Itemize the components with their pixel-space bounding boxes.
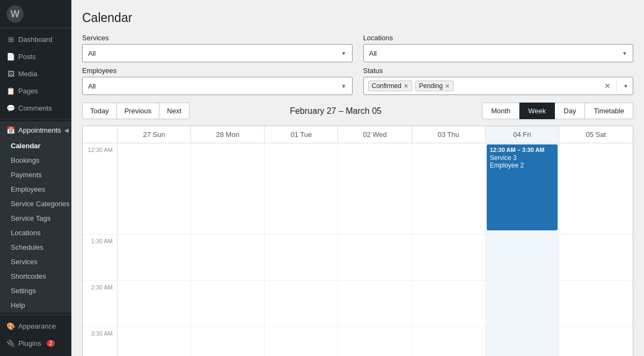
calendar-row-1230: 12:30 AM 12:30 AM – 3:30 AM Service 3 Em… <box>83 143 633 235</box>
cell-mon-230[interactable] <box>191 281 265 326</box>
sidebar-submenu-schedules[interactable]: Schedules <box>0 240 71 255</box>
cell-wed-330[interactable] <box>338 327 412 356</box>
cell-thu-1230[interactable] <box>412 143 486 234</box>
sidebar-item-users[interactable]: 👤 Users <box>0 352 71 356</box>
cell-mon-130[interactable] <box>191 235 265 280</box>
cell-sat-1230[interactable] <box>559 143 633 234</box>
sidebar-submenu-services[interactable]: Services <box>0 255 71 269</box>
month-view-button[interactable]: Month <box>482 103 519 119</box>
employees-filter-group: Employees All ▼ <box>82 67 353 95</box>
date-range: February 27 – March 05 <box>189 106 482 116</box>
cell-fri-230[interactable] <box>486 281 559 326</box>
header-mon: 28 Mon <box>191 126 265 143</box>
header-sun: 27 Sun <box>118 126 191 143</box>
cell-tue-130[interactable] <box>265 235 338 280</box>
event-service: Service 3 <box>490 154 554 162</box>
sidebar-submenu-help[interactable]: Help <box>0 298 71 313</box>
cell-sun-230[interactable] <box>118 281 191 326</box>
calendar-grid: 27 Sun 28 Mon 01 Tue 02 Wed 03 Thu 04 Fr… <box>82 126 633 356</box>
view-buttons: Month Week Day Timetable <box>482 103 633 119</box>
services-value: All <box>88 49 96 57</box>
cell-tue-1230[interactable] <box>265 143 338 234</box>
status-clear-button[interactable]: ✕ <box>604 82 611 90</box>
cell-sat-330[interactable] <box>559 327 633 356</box>
page-title: Calendar <box>82 11 633 25</box>
sidebar-submenu-settings[interactable]: Settings <box>0 284 71 298</box>
header-thu: 03 Thu <box>412 126 486 143</box>
cell-fri-130[interactable] <box>486 235 559 280</box>
status-select[interactable]: Confirmed ✕ Pending ✕ ✕ ▼ <box>363 77 634 95</box>
time-header-cell <box>83 126 118 143</box>
locations-select[interactable]: All ▼ <box>363 44 634 62</box>
sidebar-submenu-service-tags[interactable]: Service Tags <box>0 211 71 226</box>
sidebar-item-comments[interactable]: 💬 Comments <box>0 99 71 117</box>
event-employee: Employee 2 <box>490 162 554 169</box>
sidebar-submenu-calendar[interactable]: Calendar <box>0 139 71 153</box>
cell-sat-130[interactable] <box>559 235 633 280</box>
appearance-icon: 🎨 <box>6 322 15 330</box>
cell-sun-330[interactable] <box>118 327 191 356</box>
services-label: Services <box>82 34 353 42</box>
plugins-icon: 🔌 <box>6 339 15 347</box>
sidebar-submenu-locations[interactable]: Locations <box>0 226 71 240</box>
remove-confirmed-button[interactable]: ✕ <box>404 83 408 90</box>
cell-mon-330[interactable] <box>191 327 265 356</box>
calendar-header: 27 Sun 28 Mon 01 Tue 02 Wed 03 Thu 04 Fr… <box>83 126 633 143</box>
sidebar: W ⊞ Dashboard 📄 Posts 🖼 Media 📋 Pages 💬 … <box>0 0 71 356</box>
sidebar-item-dashboard[interactable]: ⊞ Dashboard <box>0 31 71 48</box>
services-select[interactable]: All ▼ <box>82 44 353 62</box>
sidebar-item-pages[interactable]: 📋 Pages <box>0 82 71 99</box>
cell-fri-1230[interactable]: 12:30 AM – 3:30 AM Service 3 Employee 2 <box>486 143 559 234</box>
previous-button[interactable]: Previous <box>117 103 160 119</box>
pages-icon: 📋 <box>6 86 15 95</box>
sidebar-item-posts[interactable]: 📄 Posts <box>0 48 71 65</box>
status-filter-group: Status Confirmed ✕ Pending ✕ ✕ ▼ <box>363 67 634 95</box>
time-1230: 12:30 AM <box>83 143 118 234</box>
cell-wed-230[interactable] <box>338 281 412 326</box>
week-view-button[interactable]: Week <box>519 103 555 119</box>
cell-wed-1230[interactable] <box>338 143 412 234</box>
cell-thu-230[interactable] <box>412 281 486 326</box>
sidebar-item-appearance[interactable]: 🎨 Appearance <box>0 317 71 335</box>
day-view-button[interactable]: Day <box>555 103 585 119</box>
sidebar-submenu-employees[interactable]: Employees <box>0 182 71 197</box>
employees-label: Employees <box>82 67 353 75</box>
sidebar-item-plugins[interactable]: 🔌 Plugins 2 <box>0 335 71 352</box>
status-chevron-icon[interactable]: ▼ <box>623 83 628 89</box>
remove-pending-button[interactable]: ✕ <box>445 83 450 90</box>
calendar-row-330: 3:30 AM <box>83 327 633 356</box>
cell-sun-1230[interactable] <box>118 143 191 234</box>
header-fri: 04 Fri <box>486 126 559 143</box>
today-button[interactable]: Today <box>82 103 117 119</box>
cell-sat-230[interactable] <box>559 281 633 326</box>
timetable-view-button[interactable]: Timetable <box>585 103 633 119</box>
media-icon: 🖼 <box>6 69 15 78</box>
event-block-service3[interactable]: 12:30 AM – 3:30 AM Service 3 Employee 2 <box>487 144 558 230</box>
event-time: 12:30 AM – 3:30 AM <box>490 147 554 153</box>
cell-mon-1230[interactable] <box>191 143 265 234</box>
sidebar-item-appointments[interactable]: 📅 Appointments ◀ <box>0 121 71 139</box>
cell-tue-230[interactable] <box>265 281 338 326</box>
services-filter-group: Services All ▼ <box>82 34 353 62</box>
cell-sun-130[interactable] <box>118 235 191 280</box>
cell-thu-330[interactable] <box>412 327 486 356</box>
sidebar-submenu-service-categories[interactable]: Service Categories <box>0 197 71 211</box>
time-230: 2:30 AM <box>83 281 118 326</box>
status-tag-pending: Pending ✕ <box>415 81 453 91</box>
cell-wed-130[interactable] <box>338 235 412 280</box>
posts-icon: 📄 <box>6 52 15 61</box>
time-330: 3:30 AM <box>83 327 118 356</box>
cell-fri-330[interactable] <box>486 327 559 356</box>
employees-select[interactable]: All ▼ <box>82 77 353 95</box>
sidebar-submenu-payments[interactable]: Payments <box>0 168 71 182</box>
locations-value: All <box>369 49 377 57</box>
cell-thu-130[interactable] <box>412 235 486 280</box>
cell-tue-330[interactable] <box>265 327 338 356</box>
services-chevron-icon: ▼ <box>341 50 347 56</box>
sidebar-submenu-shortcodes[interactable]: Shortcodes <box>0 269 71 284</box>
filters-row-2: Employees All ▼ Status Confirmed ✕ Pendi… <box>82 67 633 95</box>
sidebar-item-media[interactable]: 🖼 Media <box>0 65 71 82</box>
comments-icon: 💬 <box>6 104 15 112</box>
next-button[interactable]: Next <box>159 103 189 119</box>
sidebar-submenu-bookings[interactable]: Bookings <box>0 153 71 168</box>
